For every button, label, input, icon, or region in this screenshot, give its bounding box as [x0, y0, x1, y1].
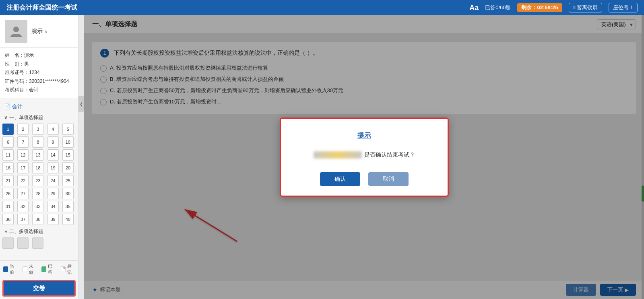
profile-expand-icon[interactable]: ∧ [44, 29, 47, 34]
q-btn-27[interactable]: 27 [17, 188, 29, 199]
dialog-title: 提示 [293, 131, 436, 140]
subject-icon: 📄 [4, 103, 10, 109]
profile-section: 演示 ∧ [0, 15, 78, 48]
q-btn-5[interactable]: 5 [62, 124, 74, 135]
q-btn-38[interactable]: 38 [32, 214, 43, 225]
q-btn-14[interactable]: 14 [47, 149, 59, 161]
font-size-icon[interactable]: Aa [469, 4, 479, 12]
q-btn-23[interactable]: 23 [32, 175, 43, 186]
question-grid-multi [2, 237, 76, 249]
legend-current-box [3, 266, 8, 272]
subject-label: 📄 会计 [2, 101, 76, 112]
collapse-icon[interactable]: ∨ [4, 115, 8, 120]
q-btn-33[interactable]: 33 [32, 201, 43, 212]
legend-answered: 已答 [41, 263, 56, 275]
timer-value: 02:59:25 [537, 4, 558, 10]
legend-current: 当前 [3, 263, 18, 275]
question-nav: 📄 会计 ∨ 一、单项选择题 1 2 3 4 5 6 7 8 9 10 11 1… [0, 98, 78, 260]
confirm-dialog: 提示 是否确认结束考试？ 确认 取消 [280, 118, 449, 196]
q-btn-32[interactable]: 32 [17, 201, 29, 212]
sidebar-collapse-tab[interactable]: ❮ [78, 96, 84, 112]
q-btn-26[interactable]: 26 [2, 188, 14, 199]
q-btn-37[interactable]: 37 [17, 214, 29, 225]
dialog-body: 是否确认结束考试？ [293, 150, 436, 160]
header-controls: Aa 已答0/60题 剩余：02:59:25 Ⅱ 暂离锁屏 座位号 1 [469, 3, 638, 12]
q-btn-30[interactable]: 30 [62, 188, 74, 199]
q-btn-21[interactable]: 21 [2, 175, 14, 186]
profile-name-text: 演示 [31, 28, 43, 35]
avatar [5, 20, 27, 43]
q-btn-39[interactable]: 39 [47, 214, 59, 225]
info-name: 姓 名：演示 [5, 51, 73, 60]
q-btn-34[interactable]: 34 [47, 201, 59, 212]
timer-display: 剩余：02:59:25 [517, 3, 562, 12]
legend-unanswered: 未做 [23, 263, 37, 275]
confirm-button[interactable]: 确认 [320, 172, 360, 186]
q-btn-8[interactable]: 8 [32, 136, 43, 148]
q-btn-31[interactable]: 31 [2, 201, 14, 212]
q-btn-6[interactable]: 6 [2, 136, 14, 148]
content-area: 一、单项选择题 英语(美国) 1 下列有关长期股权投资权益法增资后仍采用权益法核… [84, 15, 644, 299]
legend-marked-label: 标记 [67, 263, 75, 275]
q-btn-29[interactable]: 29 [47, 188, 59, 199]
timer-label: 剩余： [521, 4, 537, 10]
q-btn-24[interactable]: 24 [47, 175, 59, 186]
q-btn-22[interactable]: 22 [17, 175, 29, 186]
score-display: 已答0/60题 [485, 4, 511, 11]
blurred-user-name [314, 151, 362, 159]
q-btn-13[interactable]: 13 [32, 149, 43, 161]
section2-collapse-icon[interactable]: ∨ [4, 229, 8, 234]
header: 注册会计师全国统一考试 Aa 已答0/60题 剩余：02:59:25 Ⅱ 暂离锁… [0, 0, 644, 15]
q-btn-3[interactable]: 3 [32, 124, 43, 135]
q-btn-2[interactable]: 2 [17, 124, 29, 135]
section1-title: ∨ 一、单项选择题 [2, 113, 76, 122]
q-btn-15[interactable]: 15 [62, 149, 74, 161]
q-multi-btn-2[interactable] [17, 237, 29, 249]
q-btn-4[interactable]: 4 [47, 124, 59, 135]
q-btn-25[interactable]: 25 [62, 175, 74, 186]
q-btn-28[interactable]: 28 [32, 188, 43, 199]
q-multi-btn-1[interactable] [2, 237, 14, 249]
q-btn-35[interactable]: 35 [62, 201, 74, 212]
seat-label: 座位号 [613, 4, 629, 10]
q-btn-1[interactable]: 1 [2, 124, 14, 135]
legend-unanswered-box [23, 266, 27, 272]
q-btn-16[interactable]: 16 [2, 162, 14, 173]
legend-marked: ★ 标记 [61, 263, 75, 275]
profile-name-display[interactable]: 演示 ∧ [31, 28, 47, 35]
q-btn-7[interactable]: 7 [17, 136, 29, 148]
q-btn-17[interactable]: 17 [17, 162, 29, 173]
q-multi-btn-3[interactable] [32, 237, 43, 249]
info-exam-id: 准考证号：1234 [5, 68, 73, 77]
svg-point-0 [13, 27, 19, 32]
legend-answered-label: 已答 [48, 263, 56, 275]
q-btn-36[interactable]: 36 [2, 214, 14, 225]
q-btn-10[interactable]: 10 [62, 136, 74, 148]
submit-button[interactable]: 交卷 [2, 280, 76, 297]
question-grid-single: 1 2 3 4 5 6 7 8 9 10 11 12 13 14 15 16 1… [2, 124, 76, 225]
modal-overlay[interactable]: 提示 是否确认结束考试？ 确认 取消 [84, 15, 644, 299]
q-btn-11[interactable]: 11 [2, 149, 14, 161]
q-btn-18[interactable]: 18 [32, 162, 43, 173]
lock-screen-button[interactable]: Ⅱ 暂离锁屏 [569, 3, 603, 12]
q-btn-19[interactable]: 19 [47, 162, 59, 173]
q-btn-12[interactable]: 12 [17, 149, 29, 161]
legend-answered-box [41, 266, 46, 272]
q-btn-9[interactable]: 9 [47, 136, 59, 148]
dialog-body-text: 是否确认结束考试？ [364, 150, 415, 160]
info-id-number: 证件号码：320321*******4904 [5, 77, 73, 86]
section2-title: ∨ 二、多项选择题 [2, 227, 76, 236]
app-title: 注册会计师全国统一考试 [6, 4, 77, 12]
info-gender: 性 别：男 [5, 60, 73, 69]
q-btn-40[interactable]: 40 [62, 214, 74, 225]
q-btn-20[interactable]: 20 [62, 162, 74, 173]
seat-number-value: 1 [630, 4, 633, 10]
info-subject: 考试科目：会计 [5, 86, 73, 95]
legend-marked-box: ★ [61, 266, 66, 272]
profile-info: 姓 名：演示 性 别：男 准考证号：1234 证件号码：320321******… [0, 48, 78, 98]
cancel-button[interactable]: 取消 [368, 172, 409, 186]
legend-unanswered-label: 未做 [29, 263, 37, 275]
sidebar: 演示 ∧ 姓 名：演示 性 别：男 准考证号：1234 证件号码：320321*… [0, 15, 78, 299]
dialog-buttons: 确认 取消 [293, 172, 436, 186]
main-container: 演示 ∧ 姓 名：演示 性 别：男 准考证号：1234 证件号码：320321*… [0, 15, 644, 299]
